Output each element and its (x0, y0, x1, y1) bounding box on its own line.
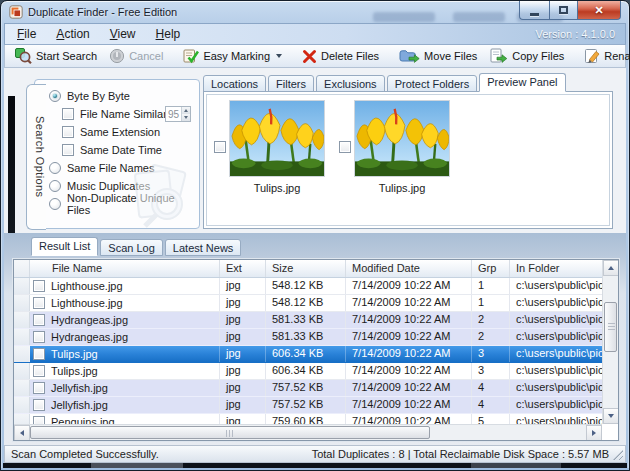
cell-modified-date: 7/14/2009 10:22 AM (346, 380, 472, 396)
radio-byte-by-byte[interactable] (49, 90, 61, 102)
row-checkbox[interactable] (33, 331, 45, 343)
row-checkbox[interactable] (33, 297, 45, 309)
row-checkbox[interactable] (33, 399, 45, 411)
preview-checkbox[interactable] (339, 141, 351, 153)
row-checkbox[interactable] (33, 348, 45, 360)
table-row[interactable]: Lighthouse.jpg jpg 548.12 KB 7/14/2009 1… (14, 295, 602, 312)
tab-protect-folders[interactable]: Protect Folders (387, 75, 478, 92)
row-checkbox[interactable] (33, 314, 45, 326)
move-files-button[interactable]: Move Files (394, 46, 482, 66)
row-checkbox[interactable] (33, 382, 45, 394)
titlebar-glass-artifact (373, 12, 435, 22)
spinner-up-button[interactable] (182, 107, 190, 114)
row-indicator (14, 295, 30, 311)
minimize-button[interactable] (519, 1, 549, 20)
table-row[interactable]: Lighthouse.jpg jpg 548.12 KB 7/14/2009 1… (14, 278, 602, 295)
vertical-scrollbar[interactable] (602, 260, 618, 424)
tab-scan-log[interactable]: Scan Log (100, 239, 162, 256)
checkbox-same-date-time[interactable] (62, 144, 74, 156)
menu-help[interactable]: Help (148, 24, 189, 44)
search-options-tab[interactable]: Search Options (26, 84, 46, 230)
menu-bar: File Action View Help Version : 4.1.0.0 (4, 23, 626, 45)
scroll-left-button[interactable] (14, 425, 30, 441)
table-row[interactable]: Tulips.jpg jpg 606.34 KB 7/14/2009 10:22… (14, 363, 602, 380)
cell-modified-date: 7/14/2009 10:22 AM (346, 363, 472, 379)
scroll-down-button[interactable] (603, 408, 619, 424)
delete-files-button[interactable]: Delete Files (297, 47, 384, 66)
tab-result-list[interactable]: Result List (31, 237, 98, 256)
checkbox-file-name-similarity[interactable] (62, 108, 74, 120)
column-header-size[interactable]: Size (266, 260, 346, 277)
copy-files-icon (489, 48, 508, 64)
tab-preview-panel[interactable]: Preview Panel (479, 73, 565, 92)
tab-latest-news[interactable]: Latest News (165, 239, 242, 256)
cancel-button[interactable]: Cancel (104, 46, 168, 66)
top-tab-strip: Locations Filters Exclusions Protect Fol… (203, 73, 566, 92)
window-title: Duplicate Finder - Free Edition (28, 6, 177, 18)
vertical-scroll-thumb[interactable] (604, 302, 617, 352)
table-row[interactable]: Jellyfish.jpg jpg 757.52 KB 7/14/2009 10… (14, 397, 602, 414)
menu-action[interactable]: Action (48, 24, 97, 44)
scroll-up-button[interactable] (603, 260, 619, 276)
radio-music-duplicates[interactable] (49, 180, 61, 192)
table-row[interactable]: Hydrangeas.jpg jpg 581.33 KB 7/14/2009 1… (14, 329, 602, 346)
option-byte-by-byte: Byte By Byte (49, 87, 193, 105)
menu-view[interactable]: View (102, 24, 144, 44)
table-row[interactable]: Jellyfish.jpg jpg 757.52 KB 7/14/2009 10… (14, 380, 602, 397)
column-header-grp[interactable]: Grp (472, 260, 510, 277)
cell-grp: 4 (472, 380, 510, 396)
rename-button[interactable]: Rename (579, 46, 630, 66)
checkbox-same-extension[interactable] (62, 126, 74, 138)
thumb-grip (608, 323, 615, 331)
horizontal-scroll-thumb[interactable] (30, 426, 430, 439)
tab-exclusions[interactable]: Exclusions (316, 75, 385, 92)
cell-modified-date: 7/14/2009 10:22 AM (346, 346, 472, 362)
option-label: Byte By Byte (67, 90, 130, 102)
cell-file-name: Lighthouse.jpg (51, 297, 123, 309)
radio-same-file-names[interactable] (49, 162, 61, 174)
cell-grp: 1 (472, 278, 510, 294)
close-button[interactable]: ✕ (577, 1, 621, 20)
column-header-in-folder[interactable]: In Folder (510, 260, 602, 277)
similarity-spinner[interactable]: 95 (165, 106, 191, 122)
row-indicator (14, 329, 30, 345)
row-checkbox[interactable] (33, 280, 45, 292)
cell-grp: 4 (472, 397, 510, 413)
radio-non-duplicate-unique-files[interactable] (49, 198, 61, 210)
tab-filters[interactable]: Filters (268, 75, 314, 92)
bottom-tab-strip: Result List Scan Log Latest News (31, 237, 241, 256)
spinner-down-button[interactable] (182, 114, 190, 121)
tulips-thumbnail[interactable] (354, 100, 450, 177)
column-header-file-name[interactable]: File Name (30, 260, 220, 277)
row-indicator (14, 397, 30, 413)
table-row[interactable]: Tulips.jpg jpg 606.34 KB 7/14/2009 10:22… (14, 346, 602, 363)
column-header-ext[interactable]: Ext (220, 260, 266, 277)
cell-in-folder: c:\users\public\pictu (510, 278, 602, 294)
maximize-button[interactable] (549, 1, 577, 20)
preview-filename: Tulips.jpg (254, 182, 301, 194)
cancel-icon (109, 48, 125, 64)
table-row[interactable]: Hydrangeas.jpg jpg 581.33 KB 7/14/2009 1… (14, 312, 602, 329)
scroll-right-button[interactable] (586, 425, 602, 441)
easy-marking-button[interactable]: Easy Marking (178, 46, 287, 66)
cell-grp: 2 (472, 312, 510, 328)
cell-in-folder: c:\users\public\pictu (510, 363, 602, 379)
status-bar: Scan Completed Successfully. Total Dupli… (4, 445, 626, 463)
row-indicator (14, 363, 30, 379)
start-search-button[interactable]: Start Search (10, 46, 102, 66)
tab-locations[interactable]: Locations (203, 75, 266, 92)
preview-checkbox[interactable] (214, 141, 226, 153)
easy-marking-label: Easy Marking (203, 50, 270, 62)
row-checkbox[interactable] (33, 365, 45, 377)
cell-size: 606.34 KB (266, 346, 346, 362)
horizontal-scrollbar[interactable] (14, 424, 602, 440)
app-icon (9, 5, 23, 19)
cell-file-name: Tulips.jpg (51, 365, 98, 377)
column-header-modified-date[interactable]: Modified Date (346, 260, 472, 277)
menu-file[interactable]: File (9, 24, 44, 44)
copy-files-button[interactable]: Copy Files (484, 46, 569, 66)
dropdown-arrow-icon (276, 54, 282, 58)
cancel-label: Cancel (129, 50, 163, 62)
tulips-thumbnail[interactable] (229, 100, 325, 177)
arrow-up-icon (608, 266, 614, 270)
